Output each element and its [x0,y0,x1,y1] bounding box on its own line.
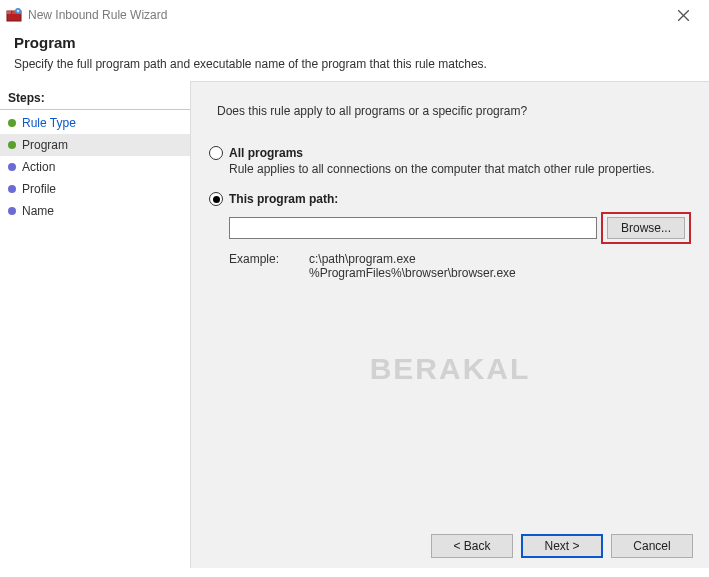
example-line-2: %ProgramFiles%\browser\browser.exe [309,266,516,280]
cancel-button[interactable]: Cancel [611,534,693,558]
option-all-programs: All programs Rule applies to all connect… [209,146,691,176]
step-label: Rule Type [22,116,76,130]
radio-program-path[interactable] [209,192,223,206]
close-icon [678,10,689,21]
wizard-footer: < Back Next > Cancel [431,534,693,558]
back-button[interactable]: < Back [431,534,513,558]
window-title: New Inbound Rule Wizard [28,8,663,22]
step-label: Action [22,160,55,174]
wizard-body: Steps: Rule Type Program Action Profile … [0,81,709,568]
close-button[interactable] [663,1,703,29]
step-name[interactable]: Name [0,200,190,222]
wizard-content: Does this rule apply to all programs or … [190,81,709,568]
option-all-description: Rule applies to all connections on the c… [229,162,691,176]
step-label: Profile [22,182,56,196]
steps-heading: Steps: [0,87,190,110]
page-title: Program [14,34,695,51]
title-bar: New Inbound Rule Wizard [0,0,709,30]
svg-rect-2 [7,11,11,14]
option-all-label: All programs [229,146,303,160]
svg-point-6 [17,10,20,13]
browse-highlight: Browse... [601,212,691,244]
page-header: Program Specify the full program path an… [0,30,709,81]
example-label: Example: [229,252,309,280]
step-label: Program [22,138,68,152]
step-action[interactable]: Action [0,156,190,178]
step-profile[interactable]: Profile [0,178,190,200]
step-rule-type[interactable]: Rule Type [0,112,190,134]
next-button[interactable]: Next > [521,534,603,558]
example-line-1: c:\path\program.exe [309,252,516,266]
question-text: Does this rule apply to all programs or … [217,104,691,118]
browse-button[interactable]: Browse... [607,217,685,239]
step-label: Name [22,204,54,218]
watermark-text: BERAKAL [370,352,531,386]
step-program[interactable]: Program [0,134,190,156]
program-path-input[interactable] [229,217,597,239]
step-bullet-icon [8,119,16,127]
page-description: Specify the full program path and execut… [14,57,695,71]
steps-sidebar: Steps: Rule Type Program Action Profile … [0,81,190,568]
option-path-label: This program path: [229,192,338,206]
firewall-icon [6,7,22,23]
step-bullet-icon [8,185,16,193]
step-bullet-icon [8,141,16,149]
step-bullet-icon [8,163,16,171]
option-program-path: This program path: Browse... Example: c:… [209,192,691,280]
radio-all-programs[interactable] [209,146,223,160]
example-block: Example: c:\path\program.exe %ProgramFil… [229,252,691,280]
step-bullet-icon [8,207,16,215]
